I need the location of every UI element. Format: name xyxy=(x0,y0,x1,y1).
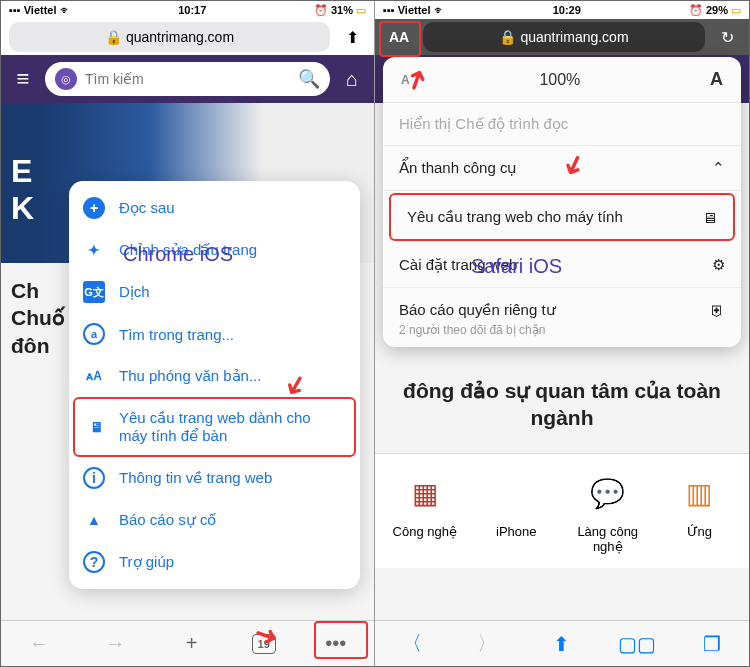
menu-hide-toolbar[interactable]: Ẩn thanh công cụ⌃ xyxy=(383,146,741,191)
star-edit-icon: ✦ xyxy=(83,239,105,261)
url-text: quantrimang.com xyxy=(520,29,628,45)
address-bar: 🔒 quantrimang.com ⬆ xyxy=(1,19,374,55)
info-icon: i xyxy=(83,467,105,489)
reload-icon[interactable]: ↻ xyxy=(713,28,741,47)
cat-tech[interactable]: ▦Công nghệ xyxy=(385,468,465,554)
bottom-toolbar: ← → + 19 ••• xyxy=(1,620,374,666)
chip-icon: ▦ xyxy=(400,468,450,518)
shield-icon: ⛨ xyxy=(710,302,725,319)
gear-icon: ⚙ xyxy=(712,256,725,274)
safari-ios-phone: ▪▪▪ Viettel ᯤ 10:29 ⏰ 29% ▭ AA 🔒 quantri… xyxy=(375,1,749,666)
menu-website-settings[interactable]: Cài đặt trang web⚙ xyxy=(383,243,741,288)
status-bar: ▪▪▪ Viettel ᯤ 10:17 ⏰ 31% ▭ xyxy=(1,1,374,19)
desktop-icon: 🖥 xyxy=(702,209,717,226)
url-text: quantrimang.com xyxy=(126,29,234,45)
clock: 10:17 xyxy=(178,4,206,16)
carrier: Viettel xyxy=(398,4,431,16)
chat-icon: 💬 xyxy=(583,468,633,518)
signal-icon: ▪▪▪ xyxy=(383,4,395,16)
headline: đông đảo sự quan tâm của toàn ngành xyxy=(375,363,749,446)
search-box[interactable]: ◎ 🔍 xyxy=(45,62,330,96)
lock-icon: 🔒 xyxy=(105,29,122,45)
menu-read-later[interactable]: +Đọc sau xyxy=(69,187,360,229)
warning-icon: ▲ xyxy=(83,509,105,531)
cat-iphone[interactable]: iPhone xyxy=(476,468,556,554)
apple-icon xyxy=(491,468,541,518)
menu-find-in-page[interactable]: aTìm trong trang... xyxy=(69,313,360,355)
hero-text: EK xyxy=(11,153,34,227)
signal-icon: ▪▪▪ xyxy=(9,4,21,16)
wifi-icon: ᯤ xyxy=(434,4,445,16)
battery-icon: ▭ xyxy=(356,4,366,17)
site-header: ≡ ◎ 🔍 ⌂ xyxy=(1,55,374,103)
aa-button[interactable]: AA xyxy=(383,22,415,52)
back-icon[interactable]: ← xyxy=(23,628,55,660)
back-icon[interactable]: 〈 xyxy=(396,628,428,660)
url-field[interactable]: 🔒 quantrimang.com xyxy=(423,22,705,52)
plus-circle-icon: + xyxy=(83,197,105,219)
desktop-icon: 🖥 xyxy=(89,416,105,438)
bottom-toolbar: 〈 〉 ⬆ ▢▢ ❐ xyxy=(375,620,749,666)
safari-aa-menu: A 100% A Hiển thị Chế độ trình đọc Ẩn th… xyxy=(383,57,741,347)
tabs-button[interactable]: 19 xyxy=(252,634,276,654)
more-icon[interactable]: ••• xyxy=(320,628,352,660)
search-icon[interactable]: 🔍 xyxy=(298,68,320,90)
translate-icon: G文 xyxy=(83,281,105,303)
menu-edit-bookmark[interactable]: ✦Chỉnh sửa dấu trang xyxy=(69,229,360,271)
url-field[interactable]: 🔒 quantrimang.com xyxy=(9,22,330,52)
menu-translate[interactable]: G文Dịch xyxy=(69,271,360,313)
new-tab-icon[interactable]: + xyxy=(175,628,207,660)
wifi-icon: ᯤ xyxy=(60,4,71,16)
share-icon[interactable]: ⬆ xyxy=(546,628,578,660)
zoom-in-button[interactable]: A xyxy=(710,69,723,90)
alarm-icon: ⏰ xyxy=(314,4,328,17)
battery-icon: ▭ xyxy=(731,4,741,17)
carrier: Viettel xyxy=(24,4,57,16)
lock-icon: 🔒 xyxy=(499,29,516,45)
zoom-out-button[interactable]: A xyxy=(401,73,410,87)
forward-icon[interactable]: → xyxy=(99,628,131,660)
alarm-icon: ⏰ xyxy=(689,4,703,17)
share-icon[interactable]: ⬆ xyxy=(338,28,366,47)
menu-report-issue[interactable]: ▲Báo cáo sự cố xyxy=(69,499,360,541)
search-input[interactable] xyxy=(85,71,290,87)
zoom-level: 100% xyxy=(539,71,580,89)
clock: 10:29 xyxy=(553,4,581,16)
chevron-up-icon: ⌃ xyxy=(712,159,725,177)
privacy-subtext: 2 người theo dõi đã bị chặn xyxy=(383,321,741,347)
menu-privacy-report[interactable]: Báo cáo quyền riêng tư⛨ xyxy=(383,288,741,321)
find-icon: a xyxy=(83,323,105,345)
zoom-row: A 100% A xyxy=(383,57,741,103)
battery-text: 29% xyxy=(706,4,728,16)
text-zoom-icon: ᴀA xyxy=(83,365,105,387)
reader-mode-row: Hiển thị Chế độ trình đọc xyxy=(383,103,741,146)
menu-help[interactable]: ?Trợ giúp xyxy=(69,541,360,583)
menu-request-desktop-site[interactable]: Yêu cầu trang web cho máy tính🖥 xyxy=(389,193,735,241)
tabs-icon[interactable]: ❐ xyxy=(696,628,728,660)
chrome-ios-phone: ▪▪▪ Viettel ᯤ 10:17 ⏰ 31% ▭ 🔒 quantriman… xyxy=(1,1,375,666)
menu-site-info[interactable]: iThông tin về trang web xyxy=(69,457,360,499)
site-logo-icon: ◎ xyxy=(55,68,77,90)
cat-app[interactable]: ▥Ứng xyxy=(659,468,739,554)
help-icon: ? xyxy=(83,551,105,573)
menu-request-desktop-site[interactable]: 🖥Yêu cầu trang web dành cho máy tính để … xyxy=(73,397,356,457)
cat-village[interactable]: 💬Làng công nghệ xyxy=(568,468,648,554)
forward-icon[interactable]: 〉 xyxy=(471,628,503,660)
home-icon[interactable]: ⌂ xyxy=(338,68,366,91)
status-bar: ▪▪▪ Viettel ᯤ 10:29 ⏰ 29% ▭ xyxy=(375,1,749,19)
hamburger-icon[interactable]: ≡ xyxy=(9,66,37,92)
category-grid: ▦Công nghệ iPhone 💬Làng công nghệ ▥Ứng xyxy=(375,453,749,568)
battery-text: 31% xyxy=(331,4,353,16)
app-icon: ▥ xyxy=(674,468,724,518)
menu-zoom-text[interactable]: ᴀAThu phóng văn bản... xyxy=(69,355,360,397)
address-bar: AA 🔒 quantrimang.com ↻ xyxy=(375,19,749,55)
chrome-context-menu: +Đọc sau ✦Chỉnh sửa dấu trang G文Dịch aTì… xyxy=(69,181,360,589)
bookmarks-icon[interactable]: ▢▢ xyxy=(621,628,653,660)
